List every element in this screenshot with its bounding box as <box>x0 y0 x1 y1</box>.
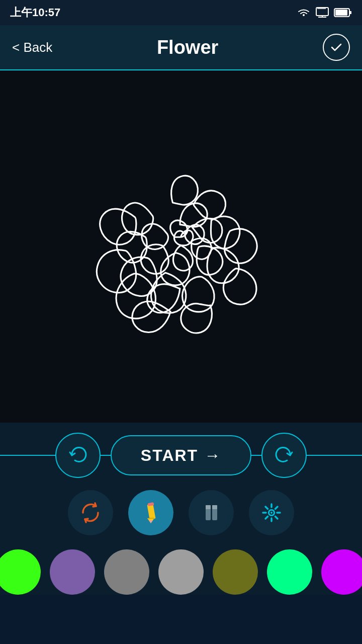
status-icons <box>297 7 352 18</box>
color-mint[interactable] <box>267 549 312 595</box>
back-label: < Back <box>12 40 52 55</box>
status-bar: 上午10:57 <box>0 0 362 25</box>
settings-tool-button[interactable] <box>249 490 294 535</box>
color-magenta[interactable] <box>321 549 362 595</box>
nav-bar: < Back Flower <box>0 25 362 70</box>
svg-marker-9 <box>149 520 153 523</box>
canvas-area <box>0 70 362 423</box>
svg-line-22 <box>276 517 278 519</box>
eraser-icon <box>199 500 224 525</box>
color-gray1[interactable] <box>104 549 149 595</box>
svg-rect-7 <box>147 504 155 520</box>
svg-rect-15 <box>212 505 217 509</box>
status-time: 上午10:57 <box>10 5 60 20</box>
controls-area: START → <box>0 423 362 595</box>
check-icon <box>329 40 343 54</box>
svg-line-23 <box>276 507 278 509</box>
svg-line-24 <box>265 517 268 519</box>
pencil-tool-button[interactable] <box>128 490 173 535</box>
redo-button[interactable] <box>261 433 307 478</box>
redo-icon <box>274 445 294 465</box>
svg-rect-14 <box>206 505 211 509</box>
check-button[interactable] <box>323 34 350 61</box>
screen-icon <box>316 7 329 18</box>
page-title: Flower <box>157 37 218 58</box>
svg-point-26 <box>270 512 273 514</box>
svg-rect-5 <box>335 10 347 16</box>
undo-button[interactable] <box>55 433 101 478</box>
svg-rect-6 <box>349 11 351 14</box>
swap-tool-button[interactable] <box>68 490 113 535</box>
battery-icon <box>334 8 352 18</box>
back-button[interactable]: < Back <box>12 40 52 55</box>
wifi-icon <box>297 7 311 18</box>
svg-line-21 <box>265 507 268 509</box>
pencil-icon <box>138 500 163 525</box>
color-row <box>0 549 362 595</box>
rose-drawing <box>50 116 312 377</box>
tool-row <box>68 490 294 535</box>
color-olive[interactable] <box>213 549 258 595</box>
start-row: START → <box>0 433 362 478</box>
color-green[interactable] <box>0 549 41 595</box>
start-label: START <box>141 446 198 465</box>
start-button[interactable]: START → <box>111 435 251 475</box>
start-arrow: → <box>204 446 221 465</box>
color-purple[interactable] <box>50 549 95 595</box>
swap-icon <box>78 500 103 525</box>
gear-icon <box>259 500 284 525</box>
eraser-tool-button[interactable] <box>189 490 234 535</box>
undo-icon <box>68 445 88 465</box>
color-gray2[interactable] <box>158 549 204 595</box>
